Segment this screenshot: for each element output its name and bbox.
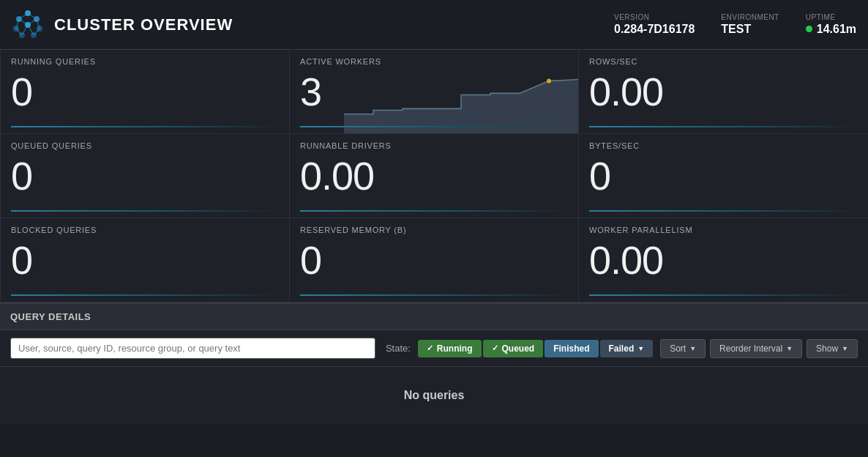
state-finished-button[interactable]: Finished — [545, 340, 598, 357]
metric-underline-blocked-queries — [11, 294, 279, 296]
metric-cell-runnable-drivers: RUNNABLE DRIVERS 0.00 — [290, 134, 579, 218]
query-details-section: QUERY DETAILS State: ✓ Running ✓ Queued … — [0, 302, 868, 424]
metric-underline-worker-parallelism — [589, 294, 858, 296]
uptime-value: 14.61m — [817, 23, 856, 36]
metric-underline-rows-sec — [589, 126, 858, 127]
app-logo — [12, 9, 44, 41]
metric-label-reserved-memory: RESERVED MEMORY (B) — [300, 226, 568, 234]
metric-cell-bytes-sec: BYTES/SEC 0 — [579, 134, 868, 218]
queued-check-icon: ✓ — [492, 343, 498, 353]
uptime-info: UPTIME 14.61m — [806, 13, 856, 36]
metric-label-runnable-drivers: RUNNABLE DRIVERS — [300, 141, 568, 150]
active-workers-chart — [344, 72, 578, 133]
finished-label: Finished — [553, 343, 589, 354]
reorder-interval-label: Reorder Interval — [719, 343, 782, 354]
metrics-grid: RUNNING QUERIES 0 ACTIVE WORKERS 3 ROWS/ — [0, 50, 868, 302]
metric-cell-reserved-memory: RESERVED MEMORY (B) 0 — [290, 218, 579, 302]
metric-cell-worker-parallelism: WORKER PARALLELISM 0.00 — [579, 218, 868, 302]
metric-value-blocked-queries: 0 — [11, 240, 279, 280]
state-label: State: — [386, 343, 411, 354]
show-button[interactable]: Show ▼ — [807, 339, 858, 358]
queued-label: Queued — [502, 343, 535, 354]
sort-label: Sort — [670, 343, 686, 354]
metric-value-reserved-memory: 0 — [300, 240, 568, 280]
metric-underline-runnable-drivers — [300, 210, 568, 212]
metric-label-active-workers: ACTIVE WORKERS — [300, 57, 568, 66]
metric-label-queued-queries: QUEUED QUERIES — [11, 141, 279, 150]
metric-underline-running-queries — [11, 126, 279, 127]
metric-cell-rows-sec: ROWS/SEC 0.00 — [579, 50, 868, 134]
metric-value-bytes-sec: 0 — [589, 156, 858, 196]
metric-value-worker-parallelism: 0.00 — [589, 240, 858, 280]
state-failed-button[interactable]: Failed ▼ — [600, 340, 654, 357]
version-info: VERSION 0.284-7D16178 — [614, 13, 695, 36]
page-title: CLUSTER OVERVIEW — [54, 15, 614, 34]
metric-cell-queued-queries: QUEUED QUERIES 0 — [1, 134, 290, 218]
metric-value-rows-sec: 0.00 — [589, 72, 858, 111]
header: CLUSTER OVERVIEW VERSION 0.284-7D16178 E… — [0, 0, 868, 50]
metric-value-running-queries: 0 — [11, 72, 279, 111]
metric-label-blocked-queries: BLOCKED QUERIES — [11, 226, 279, 234]
svg-line-14 — [16, 29, 22, 35]
query-controls: State: ✓ Running ✓ Queued Finished Faile… — [0, 330, 868, 367]
metric-underline-bytes-sec — [589, 210, 858, 212]
metric-underline-queued-queries — [11, 210, 279, 212]
metric-cell-running-queries: RUNNING QUERIES 0 — [1, 50, 290, 134]
show-label: Show — [816, 343, 838, 354]
environment-label: ENVIRONMENT — [721, 13, 779, 21]
metric-label-running-queries: RUNNING QUERIES — [11, 57, 279, 66]
sort-button[interactable]: Sort ▼ — [660, 339, 706, 358]
metric-underline-active-workers — [300, 126, 568, 127]
query-details-header: QUERY DETAILS — [0, 304, 868, 330]
sort-dropdown-arrow: ▼ — [689, 345, 696, 352]
metric-value-queued-queries: 0 — [11, 156, 279, 196]
metric-cell-active-workers: ACTIVE WORKERS 3 — [290, 50, 579, 134]
svg-line-9 — [28, 13, 37, 19]
svg-line-12 — [19, 19, 28, 25]
state-running-button[interactable]: ✓ Running — [418, 340, 482, 357]
environment-info: ENVIRONMENT TEST — [721, 13, 779, 36]
metric-label-rows-sec: ROWS/SEC — [589, 57, 858, 66]
metric-label-bytes-sec: BYTES/SEC — [589, 141, 858, 150]
version-value: 0.284-7D16178 — [614, 23, 695, 36]
uptime-label: UPTIME — [806, 13, 836, 21]
svg-line-8 — [19, 13, 28, 19]
svg-point-19 — [547, 78, 551, 83]
no-queries-message: No queries — [0, 367, 868, 424]
header-meta: VERSION 0.284-7D16178 ENVIRONMENT TEST U… — [614, 13, 856, 36]
action-buttons: Sort ▼ Reorder Interval ▼ Show ▼ — [660, 339, 858, 358]
running-check-icon: ✓ — [427, 343, 433, 353]
running-label: Running — [437, 343, 473, 354]
search-input[interactable] — [10, 338, 375, 359]
state-buttons: ✓ Running ✓ Queued Finished Failed ▼ — [418, 340, 653, 357]
state-queued-button[interactable]: ✓ Queued — [483, 340, 544, 357]
svg-line-17 — [28, 25, 34, 35]
query-details-title: QUERY DETAILS — [10, 311, 91, 322]
failed-dropdown-arrow: ▼ — [637, 345, 644, 352]
failed-label: Failed — [609, 343, 635, 354]
show-dropdown-arrow: ▼ — [842, 345, 848, 352]
uptime-dot — [806, 26, 812, 32]
svg-line-16 — [22, 25, 28, 35]
uptime-display: 14.61m — [806, 21, 856, 36]
metric-underline-reserved-memory — [300, 294, 568, 296]
metric-cell-blocked-queries: BLOCKED QUERIES 0 — [1, 218, 290, 302]
version-label: VERSION — [614, 13, 650, 21]
environment-value: TEST — [721, 23, 751, 36]
metric-value-runnable-drivers: 0.00 — [300, 156, 568, 196]
reorder-dropdown-arrow: ▼ — [786, 345, 793, 352]
svg-line-15 — [34, 29, 40, 35]
reorder-interval-button[interactable]: Reorder Interval ▼ — [710, 339, 802, 358]
metric-label-worker-parallelism: WORKER PARALLELISM — [589, 226, 858, 234]
svg-line-13 — [28, 19, 37, 25]
